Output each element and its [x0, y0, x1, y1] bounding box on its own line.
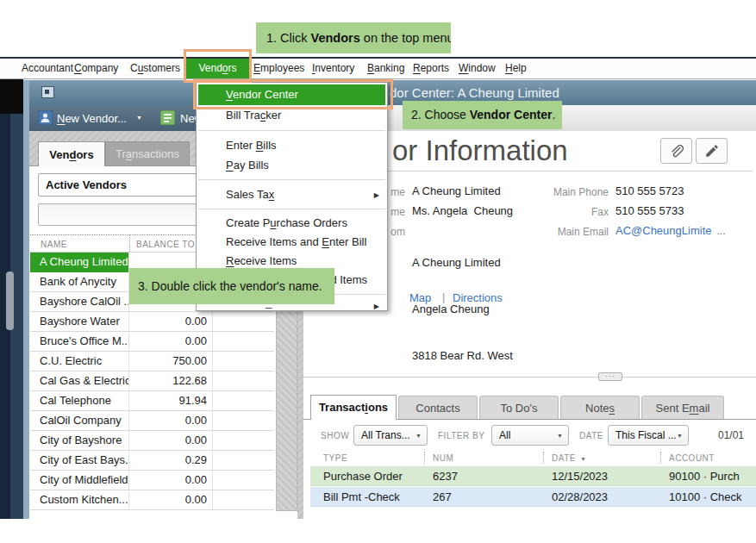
callout-step-1: 1. Click Vendors on the top menu.	[256, 22, 451, 53]
vendor-balance-cell: 0.00	[129, 490, 213, 510]
vendors-menu-item-bill-tracker[interactable]: Bill Tracker	[197, 105, 387, 126]
vendor-row[interactable]: Bruce's Office M...0.00	[30, 332, 274, 352]
vendor-balance-cell: 0.29	[129, 451, 213, 471]
new-vendor-icon	[38, 110, 53, 125]
menubar-item-window[interactable]: Window	[459, 59, 496, 78]
menubar-item-inventory[interactable]: Inventory	[312, 59, 354, 78]
menu-item-label: Bill Tracker	[226, 109, 281, 122]
column-separator	[660, 452, 661, 464]
date-cell: 02/28/2023	[552, 487, 608, 507]
sort-descending-icon: ▼	[580, 456, 586, 462]
paperclip-icon	[668, 143, 685, 160]
menubar-item-banking[interactable]: Banking	[367, 59, 404, 78]
menubar-item-company[interactable]: Company	[74, 59, 118, 78]
tab-vendors[interactable]: Vendors	[38, 141, 105, 166]
vendor-balance-cell: 0.00	[129, 431, 213, 451]
vendor-row[interactable]: Bayshore Water0.00	[30, 312, 274, 332]
tab-sent-email[interactable]: Sent Email	[641, 396, 724, 419]
vendors-menu-item-enter-bills[interactable]: Enter Bills	[197, 135, 387, 155]
window-title: dor Center: A Cheung Limited	[390, 85, 559, 100]
panel-splitter[interactable]	[303, 377, 756, 378]
type-cell: Bill Pmt -Check	[323, 487, 400, 507]
splitter-grip[interactable]: ···	[598, 372, 622, 381]
menu-item-label: Create Purchase Orders	[226, 216, 347, 229]
type-column-header[interactable]: TYPE	[323, 453, 347, 463]
submenu-arrow-icon: ▶	[374, 184, 379, 204]
left-icon-bar-top	[0, 76, 23, 114]
tab-contacts[interactable]: Contacts	[398, 396, 478, 419]
date-range-text: 01/01	[718, 429, 744, 441]
menu-item-label: Pay Bills	[226, 159, 269, 172]
company-name-value: A Cheung Limited	[412, 184, 501, 197]
dropdown-arrow-icon: ▼	[557, 426, 563, 446]
vendor-row[interactable]: Cal Gas & Electric122.68	[30, 371, 274, 391]
tab-transactions[interactable]: Transactions	[310, 395, 397, 420]
new-vendor-button[interactable]: New Vendor...	[57, 112, 127, 125]
vendors-menu-item-receive-items-and-enter-bill[interactable]: Receive Items and Enter Bill	[197, 233, 387, 252]
vendor-row[interactable]: City of Bayshore0.00	[30, 431, 274, 451]
vendor-name-cell: Custom Kitchen...	[30, 490, 129, 510]
vendor-balance-cell: 0.00	[129, 471, 213, 490]
vendor-name-cell: City of East Bays...	[30, 451, 129, 471]
account-cell: 90100 · Purch	[669, 466, 740, 486]
submenu-arrow-icon: ▶	[374, 299, 379, 312]
menu-bar: AccountantCompanyCustomersVendorsEmploye…	[0, 57, 756, 79]
vendor-balance-cell: 750.00	[129, 352, 213, 371]
vendor-name-cell: Bayshore CalOil ...	[30, 292, 129, 312]
account-cell: 10100 · Check	[669, 487, 742, 507]
vendor-name-cell: Bank of Anycity	[30, 272, 129, 292]
transaction-row[interactable]: Purchase Order623712/15/202390100 · Purc…	[310, 466, 756, 486]
main-phone-value: 510 555 5723	[615, 184, 684, 197]
new-vendor-dropdown-arrow-icon[interactable]: ▼	[136, 115, 142, 121]
menu-item-label: Receive Items	[226, 254, 297, 267]
show-filter-dropdown[interactable]: All Trans...▼	[353, 425, 428, 446]
fax-label: Fax	[534, 206, 609, 218]
tab-to-do-s[interactable]: To Do's	[479, 396, 559, 419]
vendor-name-column-header[interactable]: NAME	[41, 240, 67, 249]
num-cell: 6237	[433, 466, 458, 486]
main-email-value[interactable]: AC@CheungLimite...	[615, 224, 726, 237]
vendor-row[interactable]: C.U. Electric750.00	[30, 352, 274, 371]
vendor-row[interactable]: Custom Kitchen...0.00	[30, 490, 274, 510]
num-column-header[interactable]: NUM	[433, 453, 453, 463]
menubar-item-vendors[interactable]: Vendors	[186, 59, 249, 78]
directions-link[interactable]: Directions	[453, 291, 503, 304]
full-name-value: Ms. Angela Cheung	[412, 204, 513, 217]
window-system-menu-icon[interactable]	[41, 86, 54, 98]
menubar-item-employees[interactable]: Employees	[253, 59, 304, 78]
num-cell: 267	[433, 487, 452, 507]
menubar-item-help[interactable]: Help	[505, 59, 527, 78]
vendor-balance-cell: 0.00	[129, 332, 213, 352]
sidebar-scrollbar-thumb[interactable]	[6, 272, 14, 330]
map-link[interactable]: Map	[409, 291, 431, 304]
callout-step-2: 2. Choose Vendor Center.	[403, 101, 562, 129]
type-cell: Purchase Order	[323, 466, 403, 486]
vendor-balance-cell: 122.68	[129, 371, 213, 391]
vendor-name-cell: Bruce's Office M...	[30, 332, 129, 352]
menu-item-label: Sales Tax	[226, 188, 274, 201]
menubar-item-customers[interactable]: Customers	[130, 59, 180, 78]
vendor-row[interactable]: City of East Bays...0.29	[30, 451, 274, 471]
menubar-item-reports[interactable]: Reports	[413, 59, 449, 78]
vendor-name-cell: Cal Gas & Electric	[30, 371, 129, 391]
vendors-menu-item-pay-bills[interactable]: Pay Bills	[197, 155, 387, 175]
account-column-header[interactable]: ACCOUNT	[669, 453, 715, 463]
edit-vendor-button[interactable]	[696, 138, 728, 164]
transaction-row[interactable]: Bill Pmt -Check26702/28/202310100 · Chec…	[310, 487, 756, 507]
main-email-label: Main Email	[534, 226, 609, 238]
menubar-item-accountant[interactable]: Accountant	[22, 59, 73, 78]
date-filter-dropdown[interactable]: This Fiscal ...▼	[608, 425, 689, 446]
column-separator	[424, 452, 425, 464]
vendors-menu-item-vendor-center[interactable]: Vendor Center	[198, 84, 385, 105]
tab-notes[interactable]: Notes	[560, 396, 640, 419]
vendors-menu-item-sales-tax[interactable]: Sales Tax▶	[197, 184, 387, 204]
tab-transactions-left[interactable]: Transactions	[105, 141, 190, 165]
attach-button[interactable]	[660, 138, 692, 164]
menu-separator	[198, 130, 385, 131]
menu-item-label: Vendor Center	[226, 88, 298, 101]
date-column-header[interactable]: DATE▼	[552, 453, 586, 463]
filter-by-dropdown[interactable]: All▼	[491, 425, 569, 446]
vendors-menu-item-create-purchase-orders[interactable]: Create Purchase Orders	[197, 214, 387, 233]
vendor-row[interactable]: City of Middlefield0.00	[30, 471, 274, 490]
menu-item-label: Enter Bills	[226, 139, 277, 152]
